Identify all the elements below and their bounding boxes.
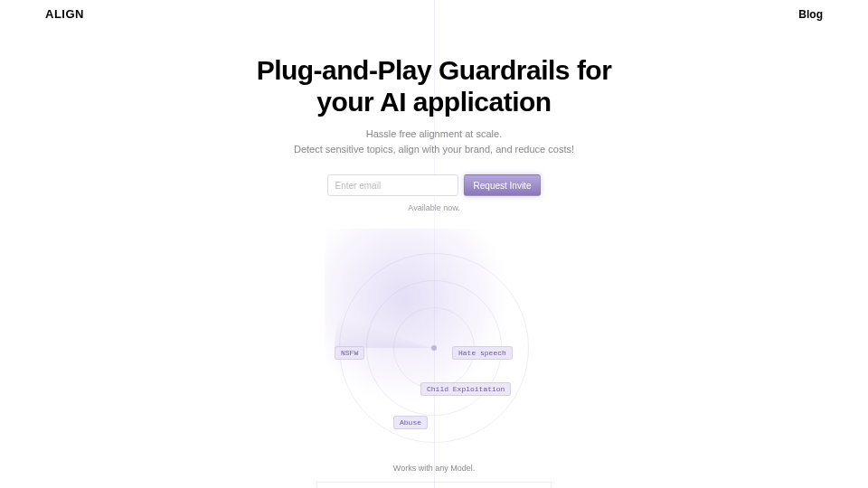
headline-line-2: your AI application <box>316 87 551 117</box>
tag-abuse: Abuse <box>393 416 428 429</box>
tag-hate-speech: Hate speech <box>452 346 513 360</box>
hero-subtext: Hassle free alignment at scale. Detect s… <box>0 127 868 156</box>
email-input[interactable] <box>327 174 458 196</box>
logo: ALIGN <box>45 7 84 21</box>
sub-line-1: Hassle free alignment at scale. <box>0 127 868 142</box>
tag-nsfw: NSFW <box>335 346 364 360</box>
email-capture-row: Request Invite <box>0 174 868 196</box>
availability-text: Available now. <box>0 203 868 212</box>
radar-visualization: NSFW Hate speech Child Exploitation Abus… <box>298 239 570 456</box>
hero-headline: Plug-and-Play Guardrails for your AI app… <box>0 55 868 117</box>
radar-center-dot <box>431 345 437 351</box>
tag-child-exploitation: Child Exploitation <box>420 382 511 396</box>
request-invite-button[interactable]: Request Invite <box>464 174 542 196</box>
hero-section: Plug-and-Play Guardrails for your AI app… <box>0 55 868 212</box>
sub-line-2: Detect sensitive topics, align with your… <box>0 142 868 157</box>
headline-line-1: Plug-and-Play Guardrails for <box>257 55 612 85</box>
nav-blog-link[interactable]: Blog <box>798 8 823 21</box>
